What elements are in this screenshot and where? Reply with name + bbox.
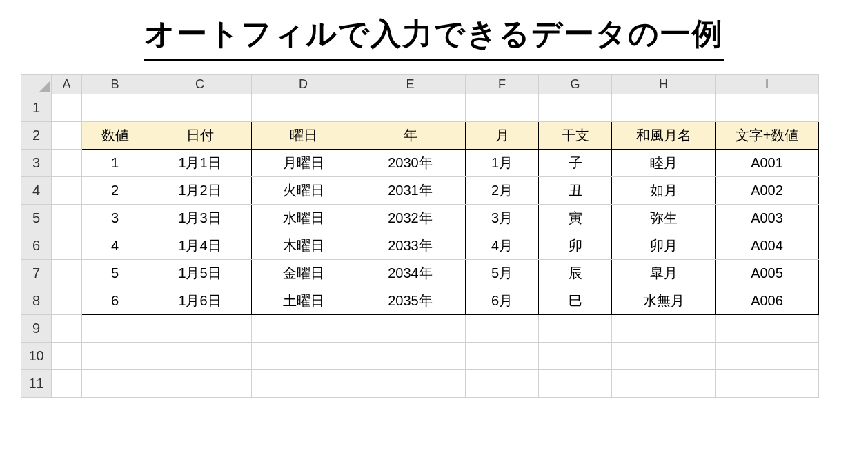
cell-F8[interactable]: 6月 bbox=[466, 287, 539, 315]
cell-A4[interactable] bbox=[52, 177, 82, 205]
spreadsheet-grid[interactable]: A B C D E F G H I 1 2 数値 日付 曜日 年 月 干支 和風… bbox=[21, 74, 819, 398]
cell-F4[interactable]: 2月 bbox=[466, 177, 539, 205]
cell-C1[interactable] bbox=[148, 94, 252, 122]
cell-B10[interactable] bbox=[82, 343, 148, 370]
cell-C6[interactable]: 1月4日 bbox=[148, 232, 252, 260]
cell-F11[interactable] bbox=[466, 370, 539, 398]
cell-C7[interactable]: 1月5日 bbox=[148, 260, 252, 287]
cell-D8[interactable]: 土曜日 bbox=[252, 287, 355, 315]
col-header-B[interactable]: B bbox=[82, 75, 148, 94]
row-header-6[interactable]: 6 bbox=[21, 232, 52, 260]
cell-G3[interactable]: 子 bbox=[539, 150, 612, 177]
cell-I4[interactable]: A002 bbox=[716, 177, 819, 205]
cell-G10[interactable] bbox=[539, 343, 612, 370]
cell-E4[interactable]: 2031年 bbox=[355, 177, 466, 205]
cell-A3[interactable] bbox=[52, 150, 82, 177]
cell-D1[interactable] bbox=[252, 94, 355, 122]
cell-I2[interactable]: 文字+数値 bbox=[716, 122, 819, 150]
cell-E3[interactable]: 2030年 bbox=[355, 150, 466, 177]
cell-H6[interactable]: 卯月 bbox=[612, 232, 716, 260]
cell-B3[interactable]: 1 bbox=[82, 150, 148, 177]
cell-A1[interactable] bbox=[52, 94, 82, 122]
cell-F3[interactable]: 1月 bbox=[466, 150, 539, 177]
cell-H8[interactable]: 水無月 bbox=[612, 287, 716, 315]
cell-H9[interactable] bbox=[612, 315, 716, 343]
col-header-F[interactable]: F bbox=[466, 75, 539, 94]
cell-A9[interactable] bbox=[52, 315, 82, 343]
cell-D3[interactable]: 月曜日 bbox=[252, 150, 355, 177]
cell-D4[interactable]: 火曜日 bbox=[252, 177, 355, 205]
cell-E7[interactable]: 2034年 bbox=[355, 260, 466, 287]
col-header-G[interactable]: G bbox=[539, 75, 612, 94]
cell-I11[interactable] bbox=[716, 370, 819, 398]
cell-F10[interactable] bbox=[466, 343, 539, 370]
cell-D6[interactable]: 木曜日 bbox=[252, 232, 355, 260]
cell-F9[interactable] bbox=[466, 315, 539, 343]
col-header-I[interactable]: I bbox=[716, 75, 819, 94]
cell-I5[interactable]: A003 bbox=[716, 205, 819, 232]
cell-C2[interactable]: 日付 bbox=[148, 122, 252, 150]
cell-F6[interactable]: 4月 bbox=[466, 232, 539, 260]
row-header-9[interactable]: 9 bbox=[21, 315, 52, 343]
col-header-D[interactable]: D bbox=[252, 75, 355, 94]
cell-H4[interactable]: 如月 bbox=[612, 177, 716, 205]
cell-D5[interactable]: 水曜日 bbox=[252, 205, 355, 232]
cell-A2[interactable] bbox=[52, 122, 82, 150]
cell-B8[interactable]: 6 bbox=[82, 287, 148, 315]
cell-C10[interactable] bbox=[148, 343, 252, 370]
cell-B5[interactable]: 3 bbox=[82, 205, 148, 232]
cell-E11[interactable] bbox=[355, 370, 466, 398]
cell-E8[interactable]: 2035年 bbox=[355, 287, 466, 315]
cell-I9[interactable] bbox=[716, 315, 819, 343]
cell-I3[interactable]: A001 bbox=[716, 150, 819, 177]
cell-E2[interactable]: 年 bbox=[355, 122, 466, 150]
cell-C11[interactable] bbox=[148, 370, 252, 398]
row-header-1[interactable]: 1 bbox=[21, 94, 52, 122]
row-header-8[interactable]: 8 bbox=[21, 287, 52, 315]
cell-G2[interactable]: 干支 bbox=[539, 122, 612, 150]
cell-C8[interactable]: 1月6日 bbox=[148, 287, 252, 315]
cell-H10[interactable] bbox=[612, 343, 716, 370]
cell-B4[interactable]: 2 bbox=[82, 177, 148, 205]
cell-H3[interactable]: 睦月 bbox=[612, 150, 716, 177]
row-header-3[interactable]: 3 bbox=[21, 150, 52, 177]
col-header-E[interactable]: E bbox=[355, 75, 466, 94]
cell-A8[interactable] bbox=[52, 287, 82, 315]
cell-I8[interactable]: A006 bbox=[716, 287, 819, 315]
cell-H11[interactable] bbox=[612, 370, 716, 398]
col-header-A[interactable]: A bbox=[52, 75, 82, 94]
cell-G6[interactable]: 卯 bbox=[539, 232, 612, 260]
cell-I7[interactable]: A005 bbox=[716, 260, 819, 287]
col-header-C[interactable]: C bbox=[148, 75, 252, 94]
cell-I1[interactable] bbox=[716, 94, 819, 122]
select-all-corner[interactable] bbox=[21, 75, 52, 94]
cell-C9[interactable] bbox=[148, 315, 252, 343]
cell-D11[interactable] bbox=[252, 370, 355, 398]
row-header-4[interactable]: 4 bbox=[21, 177, 52, 205]
cell-A7[interactable] bbox=[52, 260, 82, 287]
cell-G5[interactable]: 寅 bbox=[539, 205, 612, 232]
cell-B1[interactable] bbox=[82, 94, 148, 122]
cell-H2[interactable]: 和風月名 bbox=[612, 122, 716, 150]
cell-G8[interactable]: 巳 bbox=[539, 287, 612, 315]
cell-I10[interactable] bbox=[716, 343, 819, 370]
cell-A11[interactable] bbox=[52, 370, 82, 398]
cell-B2[interactable]: 数値 bbox=[82, 122, 148, 150]
cell-H7[interactable]: 皐月 bbox=[612, 260, 716, 287]
cell-C4[interactable]: 1月2日 bbox=[148, 177, 252, 205]
cell-G4[interactable]: 丑 bbox=[539, 177, 612, 205]
cell-G7[interactable]: 辰 bbox=[539, 260, 612, 287]
cell-D9[interactable] bbox=[252, 315, 355, 343]
row-header-2[interactable]: 2 bbox=[21, 122, 52, 150]
cell-C3[interactable]: 1月1日 bbox=[148, 150, 252, 177]
row-header-7[interactable]: 7 bbox=[21, 260, 52, 287]
row-header-11[interactable]: 11 bbox=[21, 370, 52, 398]
cell-H5[interactable]: 弥生 bbox=[612, 205, 716, 232]
cell-F2[interactable]: 月 bbox=[466, 122, 539, 150]
cell-B6[interactable]: 4 bbox=[82, 232, 148, 260]
cell-I6[interactable]: A004 bbox=[716, 232, 819, 260]
col-header-H[interactable]: H bbox=[612, 75, 716, 94]
cell-A5[interactable] bbox=[52, 205, 82, 232]
row-header-5[interactable]: 5 bbox=[21, 205, 52, 232]
cell-E5[interactable]: 2032年 bbox=[355, 205, 466, 232]
